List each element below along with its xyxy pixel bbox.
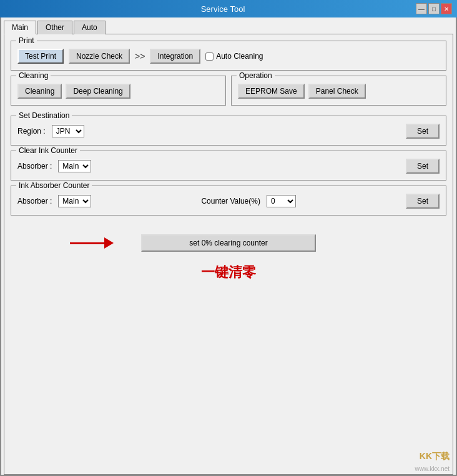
counter-value-select[interactable]: 0 10 20 30 50 100 xyxy=(267,195,296,207)
chinese-annotation: 一键清零 xyxy=(201,264,256,280)
tab-main[interactable]: Main xyxy=(4,21,36,34)
set-destination-title: Set Destination xyxy=(16,111,72,120)
tab-auto[interactable]: Auto xyxy=(74,21,106,34)
main-window: Main Other Auto Print Test Print Nozzle … xyxy=(0,17,457,476)
minimize-button[interactable]: — xyxy=(416,3,427,14)
auto-cleaning-checkbox[interactable] xyxy=(205,52,214,61)
eeprom-save-button[interactable]: EEPROM Save xyxy=(238,84,305,99)
cleaning-button[interactable]: Cleaning xyxy=(17,84,62,99)
auto-cleaning-label: Auto Cleaning xyxy=(216,52,263,61)
title-bar: Service Tool — □ ✕ xyxy=(0,0,457,17)
clear-ink-counter-group: Clear Ink Counter Absorber : Main Sub Al… xyxy=(11,151,446,181)
operation-group: Operation EEPROM Save Panel Check xyxy=(231,76,446,106)
nozzle-check-button[interactable]: Nozzle Check xyxy=(69,49,130,64)
chevron-icon: >> xyxy=(135,51,145,61)
tab-other[interactable]: Other xyxy=(37,21,72,34)
clear-ink-absorber-label: Absorber : xyxy=(17,162,52,171)
print-group-title: Print xyxy=(16,36,37,45)
ink-absorber-set-button[interactable]: Set xyxy=(406,194,440,209)
watermark-url: www.kkx.net xyxy=(415,465,450,472)
maximize-button[interactable]: □ xyxy=(428,3,440,14)
counter-value-label: Counter Value(%) xyxy=(201,197,260,206)
panel-check-button[interactable]: Panel Check xyxy=(308,84,366,99)
test-print-button[interactable]: Test Print xyxy=(17,49,64,64)
ink-absorber-counter-group: Ink Absorber Counter Absorber : Main Sub… xyxy=(11,186,446,216)
integration-button[interactable]: Integration xyxy=(150,49,200,64)
region-label: Region : xyxy=(17,127,46,136)
tab-content-main: Print Test Print Nozzle Check >> Integra… xyxy=(4,34,453,475)
reset-area: set 0% clearing counter 一键清零 xyxy=(11,234,446,282)
ink-absorber-select[interactable]: Main Sub All xyxy=(58,195,91,207)
deep-cleaning-button[interactable]: Deep Cleaning xyxy=(66,84,130,99)
window-controls: — □ ✕ xyxy=(416,3,452,14)
tab-bar: Main Other Auto xyxy=(1,17,456,34)
region-select[interactable]: JPN USA EUR AUS xyxy=(52,125,84,137)
window-title: Service Tool xyxy=(30,4,416,14)
reset-btn-container: set 0% clearing counter xyxy=(11,234,446,252)
clear-ink-counter-title: Clear Ink Counter xyxy=(16,146,80,155)
auto-cleaning-row: Auto Cleaning xyxy=(205,52,263,61)
operation-group-title: Operation xyxy=(237,71,275,80)
cleaning-group-title: Cleaning xyxy=(16,71,51,80)
clear-ink-absorber-select[interactable]: Main Sub All xyxy=(58,160,91,172)
reset-counter-button[interactable]: set 0% clearing counter xyxy=(141,234,316,252)
clear-ink-set-button[interactable]: Set xyxy=(406,159,440,174)
cleaning-group: Cleaning Cleaning Deep Cleaning xyxy=(11,76,226,106)
ink-absorber-label: Absorber : xyxy=(17,197,52,206)
cleaning-operation-row: Cleaning Cleaning Deep Cleaning Operatio… xyxy=(11,76,446,111)
set-destination-button[interactable]: Set xyxy=(406,124,440,139)
ink-absorber-counter-title: Ink Absorber Counter xyxy=(16,181,92,190)
print-group: Print Test Print Nozzle Check >> Integra… xyxy=(11,41,446,71)
watermark-brand: KK下载 xyxy=(420,451,450,462)
close-button[interactable]: ✕ xyxy=(441,3,452,14)
set-destination-group: Set Destination Region : JPN USA EUR AUS… xyxy=(11,116,446,146)
